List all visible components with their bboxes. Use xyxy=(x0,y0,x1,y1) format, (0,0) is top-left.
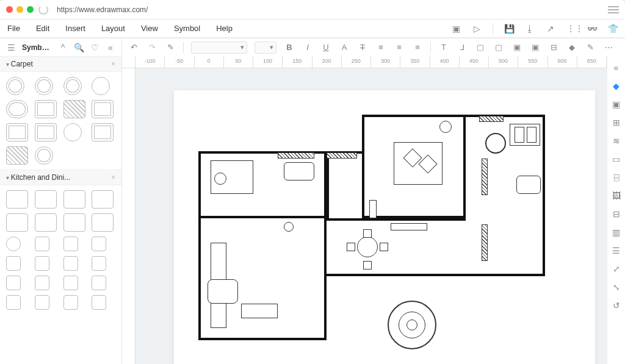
shape-kitchen-14[interactable] xyxy=(35,256,49,271)
ruler-icon[interactable]: ⊟ xyxy=(611,209,622,219)
question-icon[interactable]: ☰ xyxy=(611,245,622,256)
sync-icon[interactable]: ⤢ xyxy=(611,263,622,274)
panel-header-carpet[interactable]: ▾ Carpet × xyxy=(0,56,121,72)
shape-kitchen-3[interactable] xyxy=(63,190,85,209)
italic-button[interactable]: I xyxy=(302,42,313,53)
menu-symbol[interactable]: Symbol xyxy=(174,24,200,33)
shape-kitchen-6[interactable] xyxy=(35,213,57,232)
bring-front-button[interactable]: ▢ xyxy=(475,42,486,53)
share-icon[interactable]: ⋮⋮ xyxy=(566,24,576,34)
shape-carpet-3[interactable] xyxy=(63,77,82,95)
shape-kitchen-5[interactable] xyxy=(6,213,28,232)
shape-carpet-9[interactable] xyxy=(6,123,28,141)
align-center-button[interactable]: ≡ xyxy=(394,42,405,53)
shape-kitchen-18[interactable] xyxy=(35,276,49,290)
shape-kitchen-24[interactable] xyxy=(92,295,106,310)
fullscreen-icon[interactable]: ⤡ xyxy=(611,282,622,293)
search-icon[interactable]: 🔍 xyxy=(74,43,84,52)
expand-icon[interactable]: ▥ xyxy=(611,227,622,238)
tshirt-icon[interactable]: 👕 xyxy=(608,24,618,34)
heart-icon[interactable]: ♡ xyxy=(90,43,99,52)
shape-kitchen-21[interactable] xyxy=(6,295,21,310)
align-button[interactable]: ⊟ xyxy=(548,42,559,53)
minimize-window-icon[interactable] xyxy=(16,6,23,13)
menu-edit[interactable]: Edit xyxy=(36,24,49,33)
shape-kitchen-1[interactable] xyxy=(6,190,28,209)
shape-kitchen-13[interactable] xyxy=(6,256,21,271)
shape-carpet-2[interactable] xyxy=(35,77,53,95)
shape-kitchen-9[interactable] xyxy=(6,237,21,251)
bold-button[interactable]: B xyxy=(284,42,295,53)
menu-insert[interactable]: Insert xyxy=(65,24,85,33)
hamburger-menu-icon[interactable] xyxy=(608,6,619,13)
shape-carpet-14[interactable] xyxy=(35,146,53,165)
fit-icon[interactable]: ▣ xyxy=(451,24,461,34)
play-icon[interactable]: ▷ xyxy=(472,24,482,34)
align-left-button[interactable]: ≡ xyxy=(375,42,386,53)
library-icon[interactable]: ☰ xyxy=(6,43,16,52)
more-button[interactable]: ⋯ xyxy=(603,42,614,53)
shape-kitchen-12[interactable] xyxy=(92,237,106,251)
collapse-right-icon[interactable]: « xyxy=(611,62,622,73)
reload-icon[interactable] xyxy=(38,5,48,15)
close-panel-icon[interactable]: × xyxy=(111,173,115,182)
shape-kitchen-2[interactable] xyxy=(35,190,57,209)
menu-help[interactable]: Help xyxy=(216,24,233,33)
url-bar[interactable]: https://www.edrawmax.com/ xyxy=(53,5,603,14)
shape-kitchen-11[interactable] xyxy=(63,237,78,251)
align-right-button[interactable]: ≡ xyxy=(412,42,423,53)
textbox-button[interactable]: T xyxy=(438,42,449,53)
maximize-window-icon[interactable] xyxy=(27,6,34,13)
canvas-area[interactable]: -100 -50 0 50 100 150 200 250 300 350 40… xyxy=(122,56,607,364)
shape-kitchen-15[interactable] xyxy=(63,256,78,271)
shape-carpet-4[interactable] xyxy=(92,77,110,95)
shape-kitchen-4[interactable] xyxy=(92,190,114,209)
close-window-icon[interactable] xyxy=(6,6,13,13)
redo-icon[interactable]: ↷ xyxy=(146,42,157,53)
clear-format-button[interactable]: T̶ xyxy=(357,42,368,53)
nav-icon[interactable]: ⌸ xyxy=(611,172,622,183)
line-color-button[interactable]: ✎ xyxy=(585,42,596,53)
font-select[interactable]: ▾ xyxy=(191,41,247,54)
font-color-button[interactable]: A xyxy=(339,42,350,53)
close-panel-icon[interactable]: × xyxy=(111,60,115,68)
history-icon[interactable]: ↺ xyxy=(611,300,622,311)
shape-kitchen-22[interactable] xyxy=(35,295,49,310)
underline-button[interactable]: U xyxy=(320,42,331,53)
menu-view[interactable]: View xyxy=(141,24,158,33)
undo-icon[interactable]: ↶ xyxy=(128,42,139,53)
format-icon[interactable]: ▣ xyxy=(611,99,622,110)
format-painter-icon[interactable]: ✎ xyxy=(165,42,176,53)
shape-kitchen-20[interactable] xyxy=(92,276,106,290)
fill-color-button[interactable]: ◆ xyxy=(566,42,577,53)
ungroup-button[interactable]: ▣ xyxy=(530,42,541,53)
export-icon[interactable]: ↗ xyxy=(546,24,555,34)
shape-style-icon[interactable]: ◆ xyxy=(611,80,622,91)
shape-kitchen-10[interactable] xyxy=(35,237,49,251)
slideshow-icon[interactable]: ▭ xyxy=(611,154,622,165)
panel-header-kitchen[interactable]: ▾ Kitchen and Dini... × xyxy=(0,170,121,185)
shape-kitchen-19[interactable] xyxy=(63,276,78,290)
grid-icon[interactable]: ⊞ xyxy=(611,117,622,128)
shape-carpet-5[interactable] xyxy=(6,100,28,118)
drawing-page[interactable] xyxy=(174,90,595,364)
shape-kitchen-23[interactable] xyxy=(63,295,78,310)
shape-carpet-8[interactable] xyxy=(92,100,114,118)
chevron-up-icon[interactable]: ^ xyxy=(58,43,68,52)
shape-carpet-10[interactable] xyxy=(35,123,57,141)
shape-carpet-12[interactable] xyxy=(92,123,114,141)
save-icon[interactable]: 💾 xyxy=(504,24,514,34)
shape-kitchen-7[interactable] xyxy=(63,213,85,232)
layers-icon[interactable]: ≋ xyxy=(611,135,622,146)
shape-kitchen-16[interactable] xyxy=(92,256,106,271)
shape-carpet-6[interactable] xyxy=(35,100,57,118)
shape-carpet-11[interactable] xyxy=(63,123,82,141)
collapse-left-icon[interactable]: « xyxy=(106,43,115,52)
connector-button[interactable]: ⅃ xyxy=(457,42,468,53)
menu-layout[interactable]: Layout xyxy=(101,24,125,33)
shape-carpet-7[interactable] xyxy=(63,100,85,118)
shape-kitchen-17[interactable] xyxy=(6,276,21,290)
image-icon[interactable]: 🖼 xyxy=(611,190,622,201)
shape-carpet-13[interactable] xyxy=(6,146,28,165)
shape-carpet-1[interactable] xyxy=(6,77,24,95)
